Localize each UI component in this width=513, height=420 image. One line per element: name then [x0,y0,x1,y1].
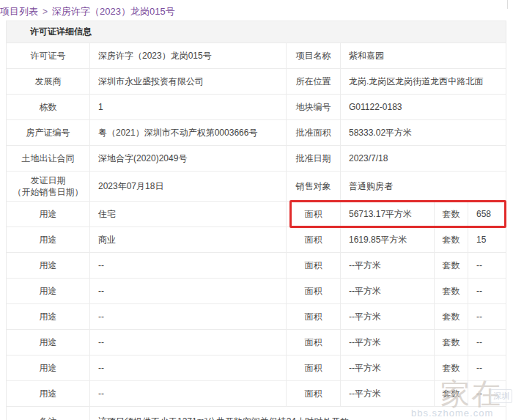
value-unit-count: 658 [468,202,506,226]
table-row-property-cert: 房产证编号 粤（2021）深圳市不动产权第0003666号 批准面积 58333… [7,120,506,146]
value-sales-target: 普通购房者 [341,172,506,201]
table-row-land-contract: 土地出让合同 深地合字(2020)2049号 批准日期 2023/7/18 [7,146,506,172]
value-land-contract: 深地合字(2020)2049号 [90,146,287,171]
table-row-developer: 发展商 深圳市永业盛投资有限公司 所在位置 龙岗.龙岗区龙岗街道龙西中路北面 [7,69,506,95]
label-unit-count: 套数 [435,355,468,380]
value-usage: 商业 [90,227,287,252]
label-area: 面积 [287,227,341,252]
table-row-issue-date: 发证日期 （开始销售日期） 2023年07月18日 销售对象 普通购房者 [7,172,506,202]
panel-title: 许可证详细信息 [7,21,506,43]
value-unit-count: -- [468,381,506,406]
value-building-count: 1 [90,95,287,119]
label-building-count: 栋数 [7,95,90,119]
label-usage: 用途 [7,381,90,406]
value-usage: -- [90,279,287,303]
usage-row-empty: 用途 -- 面积 --平方米 套数 -- [7,355,506,381]
value-parcel-no: G01122-0183 [341,95,506,119]
value-area: 56713.17平方米 [341,202,435,226]
label-unit-count: 套数 [435,330,468,355]
usage-row-empty: 用途 -- 面积 --平方米 套数 -- [7,279,506,304]
label-remark: 备注 [7,407,90,420]
label-license-no: 许可证号 [7,43,90,68]
value-project-name: 紫和嘉园 [341,43,506,68]
value-usage: 住宅 [90,202,287,226]
table-row-building-count: 栋数 1 地块编号 G01122-0183 [7,95,506,120]
value-approval-date: 2023/7/18 [341,146,506,171]
value-usage: -- [90,304,287,329]
label-area: 面积 [287,355,341,380]
label-area: 面积 [287,330,341,355]
value-area: --平方米 [341,253,435,278]
label-unit-count: 套数 [435,304,468,329]
label-property-cert: 房产证编号 [7,120,90,145]
label-usage: 用途 [7,330,90,355]
permit-detail-table: 许可证详细信息 许可证号 深房许字（2023）龙岗015号 项目名称 紫和嘉园 … [6,21,506,420]
value-location: 龙岗.龙岗区龙岗街道龙西中路北面 [341,69,506,94]
usage-row-residential: 用途 住宅 面积 56713.17平方米 套数 658 [7,202,506,227]
label-area: 面积 [287,381,341,406]
label-land-contract: 土地出让合同 [7,146,90,171]
value-approved-area: 58333.02平方米 [341,120,506,145]
value-area: --平方米 [341,355,435,380]
value-license-no: 深房许字（2023）龙岗015号 [90,43,287,68]
label-area: 面积 [287,279,341,303]
label-unit-count: 套数 [435,253,468,278]
label-approved-area: 批准面积 [287,120,341,145]
value-usage: -- [90,381,287,406]
value-area: --平方米 [341,304,435,329]
value-unit-count: -- [468,279,506,303]
value-unit-count: -- [468,330,506,355]
breadcrumb-link-current-permit[interactable]: 深房许字（2023）龙岗015号 [52,6,175,17]
value-unit-count: -- [468,304,506,329]
page-edge-divider [507,0,508,9]
usage-row-empty: 用途 -- 面积 --平方米 套数 -- [7,253,506,279]
usage-row-empty: 用途 -- 面积 --平方米 套数 -- [7,330,506,355]
value-property-cert: 粤（2021）深圳市不动产权第0003666号 [90,120,287,145]
breadcrumb: 项目列表>深房许字（2023）龙岗015号 [0,5,175,18]
value-usage: -- [90,330,287,355]
label-usage: 用途 [7,202,90,226]
label-unit-count: 套数 [435,227,468,252]
label-sales-target: 销售对象 [287,172,341,201]
label-area: 面积 [287,304,341,329]
label-project-name: 项目名称 [287,43,341,68]
label-parcel-no: 地块编号 [287,95,341,119]
label-usage: 用途 [7,253,90,278]
value-area: --平方米 [341,330,435,355]
value-unit-count: -- [468,253,506,278]
label-usage: 用途 [7,304,90,329]
table-row-license-no: 许可证号 深房许字（2023）龙岗015号 项目名称 紫和嘉园 [7,43,506,69]
label-issue-date: 发证日期 （开始销售日期） [7,172,90,201]
usage-row-commercial: 用途 商业 面积 1619.85平方米 套数 15 [7,227,506,253]
label-location: 所在位置 [287,69,341,94]
value-usage: -- [90,355,287,380]
value-issue-date: 2023年07月18日 [90,172,287,201]
value-developer: 深圳市永业盛投资有限公司 [90,69,287,94]
label-unit-count: 套数 [435,381,468,406]
label-usage: 用途 [7,355,90,380]
breadcrumb-link-project-list[interactable]: 项目列表 [0,6,38,17]
label-issue-date-line1: 发证日期 [31,175,66,185]
permit-detail-page: 项目列表>深房许字（2023）龙岗015号 许可证详细信息 许可证号 深房许字（… [0,0,513,420]
value-area: 1619.85平方米 [341,227,435,252]
table-row-remark: 备注 该项目须提供不少于1271m²公共开敞空间并保持24小时对外开放。 [7,407,506,420]
usage-row-empty: 用途 -- 面积 --平方米 套数 -- [7,304,506,330]
usage-row-empty: 用途 -- 面积 --平方米 套数 -- [7,381,506,407]
label-approval-date: 批准日期 [287,146,341,171]
label-developer: 发展商 [7,69,90,94]
label-unit-count: 套数 [435,279,468,303]
label-unit-count: 套数 [435,202,468,226]
value-unit-count: 15 [468,227,506,252]
value-remark: 该项目须提供不少于1271m²公共开敞空间并保持24小时对外开放。 [90,407,506,420]
label-area: 面积 [287,253,341,278]
breadcrumb-separator: > [43,7,48,17]
label-usage: 用途 [7,279,90,303]
label-issue-date-line2: （开始销售日期） [13,187,84,197]
value-usage: -- [90,253,287,278]
value-area: --平方米 [341,279,435,303]
label-usage: 用途 [7,227,90,252]
value-unit-count: -- [468,355,506,380]
label-area: 面积 [287,202,341,226]
value-area: --平方米 [341,381,435,406]
